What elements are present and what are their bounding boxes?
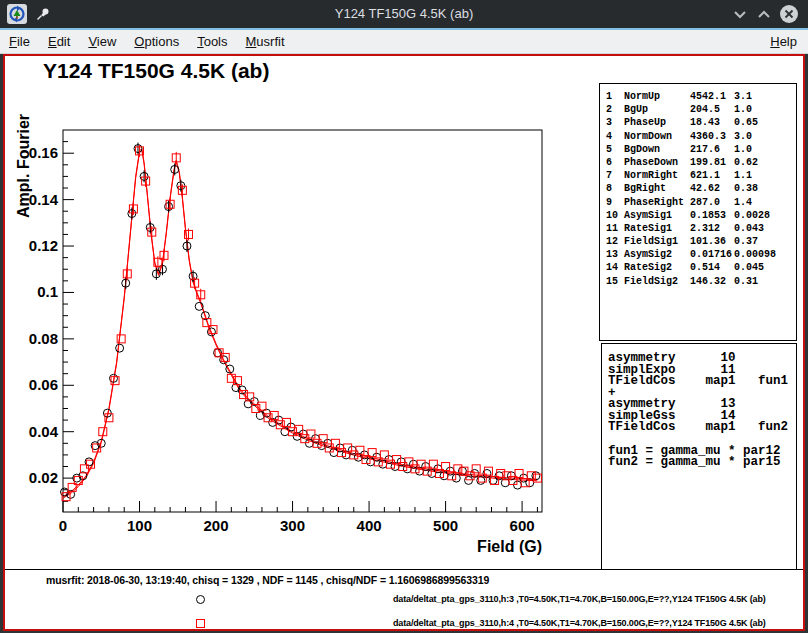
legend-label: data/deltat_pta_gps_3110,h:4 ,T0=4.50K,T… <box>393 618 766 628</box>
x-tick-label: 100 <box>127 517 152 534</box>
legend-row-2: data/deltat_pta_gps_3110,h:4 ,T0=4.50K,T… <box>5 617 803 631</box>
y-tick-label: 0.16 <box>29 144 58 161</box>
menu-tools[interactable]: Tools <box>188 31 236 52</box>
data-point-circle <box>452 474 460 482</box>
theory-box: asymmetry 10simplExpo 11TFieldCos map1 f… <box>601 343 797 570</box>
fit-info-line: musrfit: 2018-06-30, 13:19:40, chisq = 1… <box>46 574 489 586</box>
menu-view[interactable]: View <box>79 31 125 52</box>
fit-curve-1 <box>63 149 537 497</box>
title-bar: Y124 TF150G 4.5K (ab) <box>0 0 808 28</box>
plot-title: Y124 TF150G 4.5K (ab) <box>43 59 269 82</box>
data-point-square <box>117 335 125 343</box>
y-tick-label: 0.08 <box>29 330 58 347</box>
square-marker-icon <box>196 619 205 628</box>
series-1-points <box>61 143 540 499</box>
param-row-NormRight: 7NormRight621.11.1 <box>606 169 796 182</box>
y-tick-label: 0.12 <box>29 237 58 254</box>
x-axis-title: Field (G) <box>477 538 542 555</box>
fourier-plot[interactable]: Y124 TF150G 4.5K (ab)0100200300400500600… <box>5 56 603 569</box>
param-row-NormUp: 1NormUp4542.13.1 <box>606 90 796 103</box>
fit-parameters-box: 1NormUp4542.13.12BgUp204.51.03PhaseUp18.… <box>599 83 797 341</box>
y-tick-label: 0.06 <box>29 376 58 393</box>
param-row-RateSig2: 14RateSig20.5140.045 <box>606 261 796 274</box>
param-row-PhaseDown: 6PhaseDown199.810.62 <box>606 156 796 169</box>
window-title: Y124 TF150G 4.5K (ab) <box>0 0 808 28</box>
info-pad: musrfit: 2018-06-30, 13:19:40, chisq = 1… <box>5 570 803 629</box>
data-point-circle <box>116 344 124 352</box>
x-tick-label: 400 <box>357 517 382 534</box>
y-tick-label: 0.14 <box>29 191 59 208</box>
x-tick-label: 300 <box>280 517 305 534</box>
root-canvas[interactable]: Y124 TF150G 4.5K (ab)0100200300400500600… <box>3 54 805 631</box>
theory-line: TFieldCos map1 fun1 <box>608 376 796 388</box>
param-row-BgUp: 2BgUp204.51.0 <box>606 103 796 116</box>
param-row-NormDown: 4NormDown4360.33.0 <box>606 130 796 143</box>
param-row-FieldSig1: 12FieldSig1101.360.37 <box>606 235 796 248</box>
menu-file[interactable]: File <box>0 31 39 52</box>
fit-curve-2 <box>63 150 537 498</box>
param-row-AsymSig2: 13AsymSig20.017160.00098 <box>606 248 796 261</box>
param-row-BgRight: 8BgRight42.620.38 <box>606 182 796 195</box>
param-row-BgDown: 5BgDown217.61.0 <box>606 143 796 156</box>
x-tick-label: 200 <box>204 517 229 534</box>
y-axis-title: Ampl. Fourier <box>15 114 32 218</box>
x-tick-label: 500 <box>433 517 458 534</box>
menu-help[interactable]: Help <box>759 31 808 52</box>
y-tick-label: 0.1 <box>37 283 58 300</box>
maximize-button[interactable] <box>754 4 774 24</box>
x-tick-label: 600 <box>510 517 535 534</box>
param-row-PhaseRight: 9PhaseRight287.01.4 <box>606 196 796 209</box>
close-button[interactable] <box>779 4 799 24</box>
param-row-RateSig1: 11RateSig12.3120.043 <box>606 222 796 235</box>
menu-musrfit[interactable]: Musrfit <box>237 31 294 52</box>
param-row-FieldSig2: 15FieldSig2146.320.31 <box>606 275 796 288</box>
y-tick-label: 0.04 <box>29 423 59 440</box>
minimize-button[interactable] <box>730 4 750 24</box>
menu-bar: FileEditViewOptionsToolsMusrfit Help <box>0 30 808 54</box>
data-point-square <box>282 418 290 426</box>
theory-line: fun2 = gamma_mu * par15 <box>608 457 796 469</box>
legend-label: data/deltat_pta_gps_3110,h:3 ,T0=4.50K,T… <box>393 594 766 604</box>
menu-options[interactable]: Options <box>125 31 188 52</box>
x-tick-label: 0 <box>59 517 67 534</box>
data-point-square <box>307 430 315 438</box>
data-point-square <box>331 439 339 447</box>
param-row-AsymSig1: 10AsymSig10.18530.0028 <box>606 209 796 222</box>
legend-row-1: data/deltat_pta_gps_3110,h:3 ,T0=4.50K,T… <box>5 593 803 607</box>
y-tick-label: 0.02 <box>29 469 58 486</box>
circle-marker-icon <box>196 595 205 604</box>
theory-line: TFieldCos map1 fun2 <box>608 422 796 434</box>
param-row-PhaseUp: 3PhaseUp18.430.65 <box>606 116 796 129</box>
menu-edit[interactable]: Edit <box>39 31 79 52</box>
application-window: Y124 TF150G 4.5K (ab) FileEditViewOption… <box>0 0 808 633</box>
data-point-circle <box>514 481 522 489</box>
